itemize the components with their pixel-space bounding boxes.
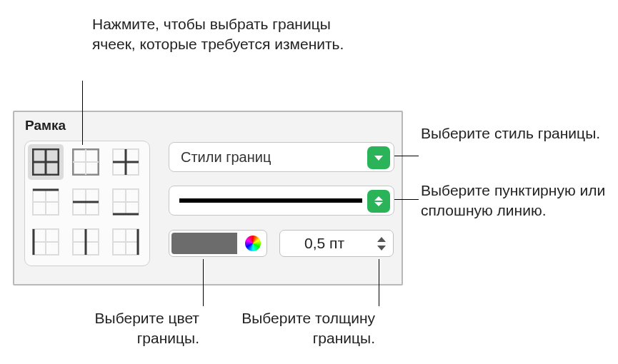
thickness-value: 0,5 пт <box>304 235 344 252</box>
annotation-dashed: Выберите пунктирную или сплошную линию. <box>421 181 618 221</box>
border-all[interactable] <box>28 144 64 180</box>
border-thickness-stepper[interactable]: 0,5 пт <box>279 230 394 257</box>
color-wheel-button[interactable] <box>239 231 266 256</box>
panel-title: Рамка <box>25 118 66 133</box>
border-left[interactable] <box>28 224 64 260</box>
chevron-down-icon <box>367 146 390 169</box>
annotation-thickness: Выберите толщину границы. <box>211 308 375 349</box>
border-inner-v[interactable] <box>68 224 104 260</box>
border-picker-grid <box>24 141 150 266</box>
annotation-style: Выберите стиль границы. <box>421 123 607 143</box>
border-inner-h[interactable] <box>68 184 104 220</box>
callout-line <box>203 259 204 306</box>
callout-line <box>379 259 379 306</box>
callout-line <box>394 199 419 200</box>
stepper-arrows-icon[interactable] <box>373 233 390 254</box>
border-bottom[interactable] <box>108 184 144 220</box>
svg-marker-34 <box>377 237 386 242</box>
annotation-pick-borders: Нажмите, чтобы выбрать границы ячеек, ко… <box>92 14 378 55</box>
border-color-well[interactable] <box>169 230 267 257</box>
border-right[interactable] <box>108 224 144 260</box>
annotation-color: Выберите цвет границы. <box>56 308 199 349</box>
line-sample-solid <box>179 198 362 203</box>
border-styles-label: Стили границ <box>181 149 271 166</box>
svg-marker-35 <box>377 246 386 251</box>
border-outer[interactable] <box>68 144 104 180</box>
border-inner[interactable] <box>108 144 144 180</box>
callout-line <box>82 81 83 145</box>
color-wheel-icon <box>245 236 261 251</box>
color-swatch <box>170 231 239 256</box>
border-panel: Рамка <box>13 111 403 285</box>
svg-marker-31 <box>374 156 383 161</box>
border-top[interactable] <box>28 184 64 220</box>
border-styles-popup[interactable]: Стили границ <box>169 142 394 172</box>
callout-line <box>394 156 419 156</box>
svg-marker-33 <box>374 202 383 206</box>
svg-marker-32 <box>374 196 383 201</box>
line-type-popup[interactable] <box>169 186 394 216</box>
chevron-updown-icon <box>367 190 390 213</box>
